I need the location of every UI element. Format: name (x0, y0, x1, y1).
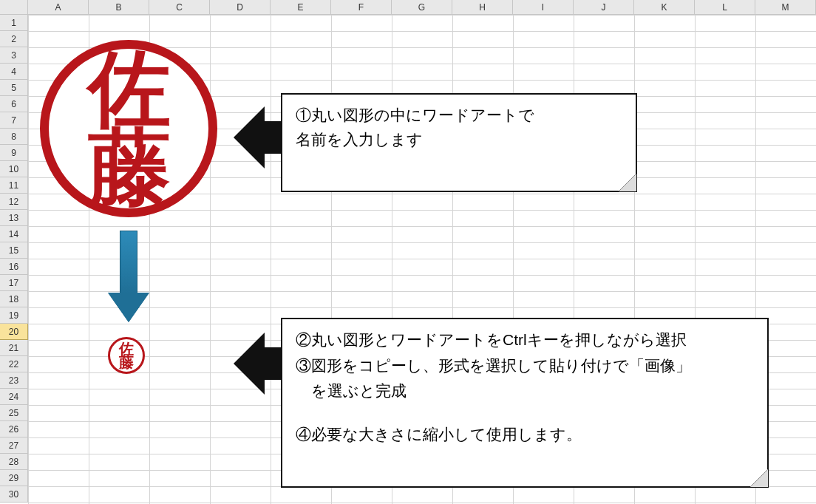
row-header[interactable]: 26 (0, 421, 28, 437)
row-header[interactable]: 30 (0, 486, 28, 503)
row-header[interactable]: 14 (0, 226, 28, 242)
callout-line: ②丸い図形とワードアートをCtrlキーを押しながら選択 (296, 328, 754, 353)
select-all-corner[interactable] (0, 0, 28, 15)
row-header[interactable]: 17 (0, 275, 28, 291)
col-header[interactable]: G (392, 0, 452, 15)
callout-line: ①丸い図形の中にワードアートで (296, 103, 622, 128)
row-header[interactable]: 22 (0, 356, 28, 372)
col-header[interactable]: E (271, 0, 331, 15)
row-header[interactable]: 19 (0, 307, 28, 324)
row-headers: 1234567891011121314151617181920212223242… (0, 15, 28, 503)
callout-line: ④必要な大きさに縮小して使用します。 (296, 423, 754, 447)
col-header[interactable]: M (755, 0, 816, 15)
down-arrow-icon (108, 231, 149, 324)
callout-note-1[interactable]: ①丸い図形の中にワードアートで 名前を入力します (281, 93, 637, 192)
column-headers: A B C D E F G H I J K L M (0, 0, 816, 15)
row-header[interactable]: 29 (0, 470, 28, 486)
stamp-line: 藤 (119, 355, 134, 369)
left-arrow-icon (234, 333, 285, 395)
row-header[interactable]: 21 (0, 340, 28, 356)
row-header[interactable]: 10 (0, 161, 28, 177)
col-header[interactable]: L (695, 0, 755, 15)
stamp-text: 佐 藤 (119, 342, 134, 369)
row-header[interactable]: 27 (0, 437, 28, 454)
col-header[interactable]: B (89, 0, 149, 15)
row-header[interactable]: 23 (0, 372, 28, 389)
col-header[interactable]: D (210, 0, 271, 15)
callout-line: ③図形をコピーし、形式を選択して貼り付けで「画像」 (296, 354, 754, 378)
row-header[interactable]: 3 (0, 47, 28, 64)
row-header[interactable]: 25 (0, 405, 28, 421)
row-header[interactable]: 20 (0, 324, 28, 340)
hanko-stamp-small[interactable]: 佐 藤 (108, 337, 145, 374)
col-header[interactable]: F (331, 0, 392, 15)
row-header[interactable]: 2 (0, 31, 28, 47)
stamp-line: 藤 (88, 129, 169, 207)
callout-line: を選ぶと完成 (296, 379, 754, 403)
row-header[interactable]: 12 (0, 194, 28, 210)
col-header[interactable]: I (513, 0, 574, 15)
col-header[interactable]: H (452, 0, 513, 15)
row-header[interactable]: 28 (0, 454, 28, 470)
row-header[interactable]: 11 (0, 177, 28, 194)
callout-note-2[interactable]: ②丸い図形とワードアートをCtrlキーを押しながら選択 ③図形をコピーし、形式を… (281, 318, 769, 488)
row-header[interactable]: 1 (0, 15, 28, 31)
row-header[interactable]: 7 (0, 112, 28, 129)
stamp-text: 佐 藤 (88, 50, 169, 208)
row-header[interactable]: 24 (0, 389, 28, 405)
col-header[interactable]: K (634, 0, 695, 15)
row-header[interactable]: 4 (0, 64, 28, 80)
row-header[interactable]: 13 (0, 210, 28, 226)
spreadsheet-sheet: A B C D E F G H I J K L M 12345678910111… (0, 0, 816, 504)
col-header[interactable]: J (574, 0, 634, 15)
row-header[interactable]: 5 (0, 80, 28, 96)
col-header[interactable]: A (28, 0, 89, 15)
hanko-stamp-large[interactable]: 佐 藤 (40, 40, 217, 217)
row-header[interactable]: 15 (0, 242, 28, 259)
row-header[interactable]: 9 (0, 145, 28, 161)
row-header[interactable]: 16 (0, 259, 28, 275)
stamp-line: 佐 (88, 50, 169, 129)
left-arrow-icon (234, 106, 285, 168)
row-header[interactable]: 6 (0, 96, 28, 112)
callout-line: 名前を入力します (296, 128, 622, 152)
col-header[interactable]: C (149, 0, 210, 15)
row-header[interactable]: 8 (0, 129, 28, 145)
row-header[interactable]: 18 (0, 291, 28, 307)
